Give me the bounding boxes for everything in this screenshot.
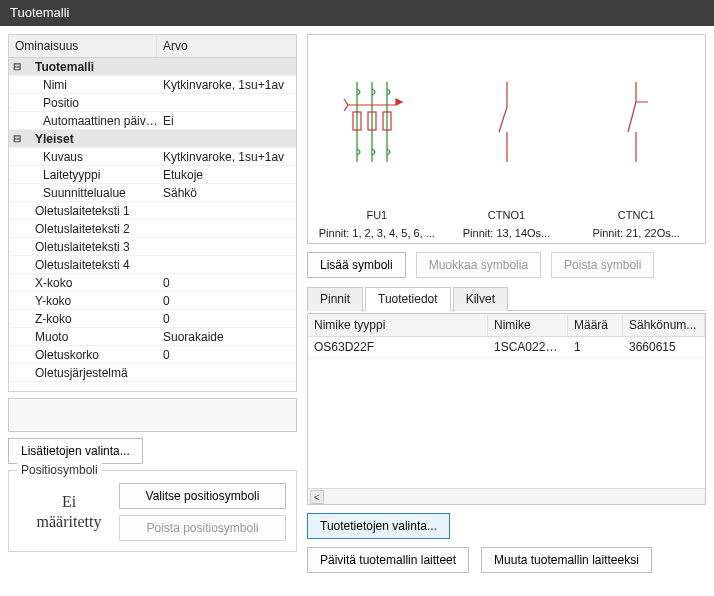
grid-cell-value[interactable]: Ei — [159, 114, 296, 128]
cell: 3660615 — [623, 337, 705, 357]
symbol-contact-nc-icon — [611, 41, 661, 203]
grid-cell-name: Oletuslaiteteksti 3 — [25, 240, 159, 254]
grid-header-property: Ominaisuus — [9, 35, 157, 57]
property-grid[interactable]: Ominaisuus Arvo ⊟ Tuotemalli NimiKytkinv… — [8, 34, 297, 392]
tab-pins[interactable]: Pinnit — [307, 287, 363, 311]
symbol-label: FU1 — [366, 209, 387, 221]
grid-cell-name: Oletuslaiteteksti 4 — [25, 258, 159, 272]
grid-cell-name: Oletuslaiteteksti 2 — [25, 222, 159, 236]
window-title: Tuotemalli — [0, 0, 714, 26]
grid-row[interactable]: KuvausKytkinvaroke, 1su+1av — [9, 148, 296, 166]
table-row[interactable]: OS63D22F 1SCA0224... 1 3660615 — [308, 337, 705, 358]
grid-cell-name: Positio — [25, 96, 159, 110]
grid-row[interactable]: MuotoSuorakaide — [9, 328, 296, 346]
grid-row[interactable]: Positio — [9, 94, 296, 112]
change-device-button[interactable]: Muuta tuotemallin laitteeksi — [481, 547, 652, 573]
grid-cell-name: Y-koko — [25, 294, 159, 308]
grid-row[interactable]: Oletuslaiteteksti 3 — [9, 238, 296, 256]
grid-header-value: Arvo — [157, 35, 296, 57]
grid-group[interactable]: ⊟ Yleiset — [9, 130, 296, 148]
grid-cell-name: Laitetyyppi — [25, 168, 159, 182]
select-position-symbol-button[interactable]: Valitse positiosymboli — [119, 483, 286, 509]
col-item: Nimike — [488, 314, 568, 336]
grid-row[interactable]: X-koko0 — [9, 274, 296, 292]
update-devices-button[interactable]: Päivitä tuotemallin laitteet — [307, 547, 469, 573]
symbol-label: CTNO1 — [488, 209, 525, 221]
description-panel — [8, 398, 297, 432]
more-info-button[interactable]: Lisätietojen valinta... — [8, 438, 143, 464]
position-symbol-group: Positiosymboli Eimääritetty Valitse posi… — [8, 470, 297, 552]
grid-row[interactable]: Y-koko0 — [9, 292, 296, 310]
grid-cell-name: Automaattinen päivitys... — [25, 114, 159, 128]
grid-cell-name: Muoto — [25, 330, 159, 344]
grid-group-label: Yleiset — [25, 132, 159, 146]
grid-cell-name: X-koko — [25, 276, 159, 290]
scroll-left-icon[interactable]: < — [310, 490, 324, 504]
svg-line-5 — [344, 105, 348, 111]
grid-row[interactable]: Oletuskorko0 — [9, 346, 296, 364]
tab-plates[interactable]: Kilvet — [453, 287, 508, 311]
grid-cell-value[interactable]: Etukoje — [159, 168, 296, 182]
svg-line-4 — [344, 99, 348, 105]
grid-cell-value[interactable]: 0 — [159, 312, 296, 326]
property-grid-header: Ominaisuus Arvo — [9, 35, 296, 58]
delete-symbol-button: Poista symboli — [551, 252, 654, 278]
grid-row[interactable]: LaitetyyppiEtukoje — [9, 166, 296, 184]
symbol-pins: Pinnit: 1, 2, 3, 4, 5, 6, ... — [319, 227, 435, 239]
grid-cell-name: Oletuslaiteteksti 1 — [25, 204, 159, 218]
col-qty: Määrä — [568, 314, 623, 336]
grid-row[interactable]: Automaattinen päivitys...Ei — [9, 112, 296, 130]
grid-cell-name: Oletusjärjestelmä — [25, 366, 159, 380]
grid-row[interactable]: Oletuslaiteteksti 4 — [9, 256, 296, 274]
cell: OS63D22F — [308, 337, 488, 357]
symbol-cell[interactable]: CTNC1 Pinnit: 21, 22Os... — [573, 41, 699, 239]
collapse-icon[interactable]: ⊟ — [9, 133, 25, 144]
col-elnum: Sähkönum... — [623, 314, 705, 336]
grid-cell-value[interactable]: Kytkinvaroke, 1su+1av — [159, 78, 296, 92]
grid-cell-name: Suunnittelualue — [25, 186, 159, 200]
edit-symbol-button: Muokkaa symbolia — [416, 252, 541, 278]
grid-cell-value[interactable]: 0 — [159, 294, 296, 308]
grid-row[interactable]: Oletuslaiteteksti 1 — [9, 202, 296, 220]
grid-cell-name: Z-koko — [25, 312, 159, 326]
grid-row[interactable]: Z-koko0 — [9, 310, 296, 328]
product-info-button[interactable]: Tuotetietojen valinta... — [307, 513, 450, 539]
symbol-contact-no-icon — [482, 41, 532, 203]
detail-tabs: Pinnit Tuotetiedot Kilvet — [307, 286, 706, 311]
cell: 1SCA0224... — [488, 337, 568, 357]
grid-cell-value[interactable]: Kytkinvaroke, 1su+1av — [159, 150, 296, 164]
grid-cell-name: Kuvaus — [25, 150, 159, 164]
symbol-pins: Pinnit: 13, 14Os... — [463, 227, 550, 239]
symbol-preview-panel: FU1 Pinnit: 1, 2, 3, 4, 5, 6, ... CTNO1 … — [307, 34, 706, 244]
grid-cell-name: Oletuskorko — [25, 348, 159, 362]
grid-cell-value[interactable]: 0 — [159, 276, 296, 290]
cell: 1 — [568, 337, 623, 357]
horizontal-scrollbar[interactable]: < — [308, 488, 705, 504]
position-symbol-state: Eimääritetty — [19, 492, 119, 532]
grid-cell-value[interactable]: Sähkö — [159, 186, 296, 200]
symbol-cell[interactable]: CTNO1 Pinnit: 13, 14Os... — [444, 41, 570, 239]
grid-row[interactable]: SuunnittelualueSähkö — [9, 184, 296, 202]
delete-position-symbol-button: Poista positiosymboli — [119, 515, 286, 541]
add-symbol-button[interactable]: Lisää symboli — [307, 252, 406, 278]
product-table-header: Nimike tyyppi Nimike Määrä Sähkönum... — [308, 314, 705, 337]
grid-group[interactable]: ⊟ Tuotemalli — [9, 58, 296, 76]
symbol-pins: Pinnit: 21, 22Os... — [592, 227, 679, 239]
col-item-type: Nimike tyyppi — [308, 314, 488, 336]
symbol-fuse-icon — [342, 41, 412, 203]
grid-row[interactable]: Oletuslaiteteksti 2 — [9, 220, 296, 238]
grid-group-label: Tuotemalli — [25, 60, 159, 74]
grid-cell-value[interactable]: Suorakaide — [159, 330, 296, 344]
grid-row[interactable]: Oletusjärjestelmä — [9, 364, 296, 382]
symbol-cell[interactable]: FU1 Pinnit: 1, 2, 3, 4, 5, 6, ... — [314, 41, 440, 239]
product-table[interactable]: Nimike tyyppi Nimike Määrä Sähkönum... O… — [307, 313, 706, 505]
tab-product-info[interactable]: Tuotetiedot — [365, 287, 451, 311]
symbol-label: CTNC1 — [618, 209, 655, 221]
grid-cell-value[interactable]: 0 — [159, 348, 296, 362]
grid-row[interactable]: NimiKytkinvaroke, 1su+1av — [9, 76, 296, 94]
collapse-icon[interactable]: ⊟ — [9, 61, 25, 72]
position-symbol-title: Positiosymboli — [17, 463, 102, 477]
grid-cell-name: Nimi — [25, 78, 159, 92]
